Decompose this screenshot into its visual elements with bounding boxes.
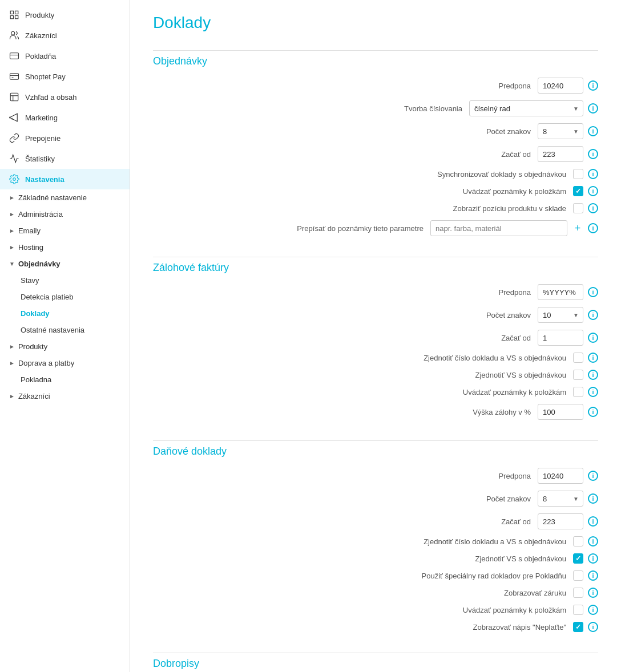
info-specialny[interactable]: i bbox=[588, 570, 598, 581]
section-objednavky: Objednávky Predpona i Tvorba číslovania … bbox=[153, 50, 598, 236]
info-neplatite[interactable]: i bbox=[588, 622, 598, 632]
sidebar-subitem-doklady[interactable]: Doklady bbox=[0, 305, 130, 322]
row-zjednotit-cislo-dan: Zjednotiť číslo dokladu a VS s objednávk… bbox=[153, 536, 598, 546]
sidebar-item-statistiky[interactable]: Štatistiky bbox=[0, 148, 130, 169]
sidebar-subitem-zakladne[interactable]: ► Základné nastavenie bbox=[0, 189, 130, 206]
checkbox-zjednotit-cislo-dan[interactable] bbox=[573, 536, 583, 546]
checkbox-neplatite[interactable] bbox=[573, 622, 583, 632]
sidebar-subitem-emaily[interactable]: ► Emaily bbox=[0, 222, 130, 239]
label-neplatite: Zobrazovať nápis "Neplaťte" bbox=[406, 623, 566, 631]
input-vyska[interactable] bbox=[538, 404, 583, 420]
info-vyska[interactable]: i bbox=[588, 407, 598, 417]
sidebar-item-nastavenia[interactable]: Nastavenia bbox=[0, 169, 130, 189]
control-zacat-od-obj: i bbox=[538, 146, 598, 162]
info-pocet-obj[interactable]: i bbox=[588, 126, 598, 136]
control-sync: i bbox=[573, 169, 598, 179]
sidebar-item-shoptet-pay[interactable]: Shoptet Pay bbox=[0, 66, 130, 87]
label-poznamky-dan: Uvádzať poznámky k položkám bbox=[406, 606, 566, 614]
svg-rect-1 bbox=[15, 11, 18, 14]
info-zacat-obj[interactable]: i bbox=[588, 149, 598, 159]
label-zacat-od-zal: Začať od bbox=[371, 334, 531, 342]
info-predpona-dan[interactable]: i bbox=[588, 471, 598, 481]
sidebar-subitem-detekcia[interactable]: Detekcia platieb bbox=[0, 289, 130, 305]
control-zacat-od-zal: i bbox=[538, 330, 598, 346]
info-pocet-zal[interactable]: i bbox=[588, 310, 598, 320]
sidebar-subitem-stavy[interactable]: Stavy bbox=[0, 272, 130, 289]
select-pocet-znakov-zal[interactable]: 89101112 bbox=[538, 307, 583, 323]
checkbox-pozicia[interactable] bbox=[573, 203, 583, 213]
label-zaruka: Zobrazovať záruku bbox=[406, 589, 566, 597]
input-predpona-obj[interactable] bbox=[538, 78, 583, 94]
label-poznamky-zal: Uvádzať poznámky k položkám bbox=[406, 388, 566, 396]
select-tvorba[interactable]: číselný rad vlastný formát bbox=[469, 100, 583, 116]
checkbox-zjednotit-vs-zal[interactable] bbox=[573, 370, 583, 380]
control-predpona-obj: i bbox=[538, 78, 598, 94]
info-zacat-zal[interactable]: i bbox=[588, 333, 598, 343]
info-poznamky-obj[interactable]: i bbox=[588, 186, 598, 196]
row-tvorba: Tvorba číslovania číselný rad vlastný fo… bbox=[153, 100, 598, 116]
sidebar-subitem-doprava[interactable]: ► Doprava a platby bbox=[0, 355, 130, 371]
megaphone-icon bbox=[9, 112, 19, 123]
label-vyska: Výška zálohy v % bbox=[371, 408, 531, 416]
section-title-zalohove: Zálohové faktúry bbox=[153, 262, 598, 274]
input-zacat-od-dan[interactable] bbox=[538, 513, 583, 529]
checkbox-sync[interactable] bbox=[573, 169, 583, 179]
info-sync[interactable]: i bbox=[588, 169, 598, 179]
info-pozicia[interactable]: i bbox=[588, 203, 598, 213]
input-predpona-dan[interactable] bbox=[538, 468, 583, 484]
control-poznamky-dan: i bbox=[573, 605, 598, 615]
info-prepisat[interactable]: i bbox=[588, 223, 598, 233]
layout-icon bbox=[9, 92, 19, 102]
info-poznamky-dan[interactable]: i bbox=[588, 605, 598, 615]
info-zjednotit-cislo-zal[interactable]: i bbox=[588, 353, 598, 363]
info-predpona-zal[interactable]: i bbox=[588, 287, 598, 297]
input-predpona-zal[interactable] bbox=[538, 284, 583, 300]
section-title-danove: Daňové doklady bbox=[153, 446, 598, 458]
select-wrapper-pocet-zal: 89101112 ▼ bbox=[538, 307, 583, 323]
row-zjednotit-cislo-zal: Zjednotiť číslo dokladu a VS s objednávk… bbox=[153, 353, 598, 363]
checkbox-poznamky-dan[interactable] bbox=[573, 605, 583, 615]
row-predpona-dan: Predpona i bbox=[153, 468, 598, 484]
select-pocet-znakov-obj[interactable]: 678910 bbox=[538, 123, 583, 139]
label-pocet-znakov-zal: Počet znakov bbox=[371, 311, 531, 319]
info-tvorba[interactable]: i bbox=[588, 103, 598, 114]
info-zacat-dan[interactable]: i bbox=[588, 516, 598, 527]
input-zacat-od-obj[interactable] bbox=[538, 146, 583, 162]
sidebar-subitem-administracia[interactable]: ► Administrácia bbox=[0, 206, 130, 222]
sidebar-subitem-pokladna-sub[interactable]: Pokladna bbox=[0, 371, 130, 388]
checkbox-specialny[interactable] bbox=[573, 570, 583, 581]
info-zjednotit-cislo-dan[interactable]: i bbox=[588, 536, 598, 546]
sidebar-subitem-produkty-sub[interactable]: ► Produkty bbox=[0, 338, 130, 355]
sidebar-item-vzhad[interactable]: Vzhľad a obsah bbox=[0, 87, 130, 107]
select-pocet-znakov-dan[interactable]: 678910 bbox=[538, 491, 583, 507]
checkbox-poznamky-obj[interactable] bbox=[573, 186, 583, 196]
checkbox-zaruka[interactable] bbox=[573, 588, 583, 598]
svg-rect-3 bbox=[15, 16, 18, 19]
plus-icon[interactable]: + bbox=[572, 222, 583, 234]
checkbox-zjednotit-cislo-zal[interactable] bbox=[573, 353, 583, 363]
info-zaruka[interactable]: i bbox=[588, 588, 598, 598]
info-pocet-dan[interactable]: i bbox=[588, 493, 598, 504]
sidebar-subitem-zakaznici-sub[interactable]: ► Zákazníci bbox=[0, 388, 130, 404]
label-pozicia: Zobraziť pozíciu produktu v sklade bbox=[406, 204, 566, 213]
sidebar-subitem-objednavky[interactable]: ▼ Objednávky bbox=[0, 256, 130, 272]
sidebar-subitem-hosting[interactable]: ► Hosting bbox=[0, 239, 130, 256]
info-zjednotit-vs-zal[interactable]: i bbox=[588, 370, 598, 380]
info-predpona-obj[interactable]: i bbox=[588, 80, 598, 91]
sidebar-item-prepojenie[interactable]: Prepojenie bbox=[0, 128, 130, 148]
sidebar-item-marketing[interactable]: Marketing bbox=[0, 107, 130, 128]
section-title-objednavky: Objednávky bbox=[153, 55, 598, 67]
sidebar-item-pokladna[interactable]: Pokladňa bbox=[0, 46, 130, 66]
sidebar-subitem-ostatne[interactable]: Ostatné nastavenia bbox=[0, 322, 130, 338]
label-specialny: Použiť špeciálny rad dokladov pre Poklad… bbox=[406, 572, 566, 580]
info-poznamky-zal[interactable]: i bbox=[588, 387, 598, 397]
label-zjednotit-vs-zal: Zjednotiť VS s objednávkou bbox=[406, 371, 566, 379]
sidebar-item-produkty[interactable]: Produkty bbox=[0, 5, 130, 25]
sidebar-item-zakaznici[interactable]: Zákazníci bbox=[0, 25, 130, 46]
input-prepisat[interactable] bbox=[430, 220, 567, 236]
row-predpona-zal: Predpona i bbox=[153, 284, 598, 300]
input-zacat-od-zal[interactable] bbox=[538, 330, 583, 346]
checkbox-poznamky-zal[interactable] bbox=[573, 387, 583, 397]
checkbox-zjednotit-vs-dan[interactable] bbox=[573, 553, 583, 564]
info-zjednotit-vs-dan[interactable]: i bbox=[588, 553, 598, 564]
